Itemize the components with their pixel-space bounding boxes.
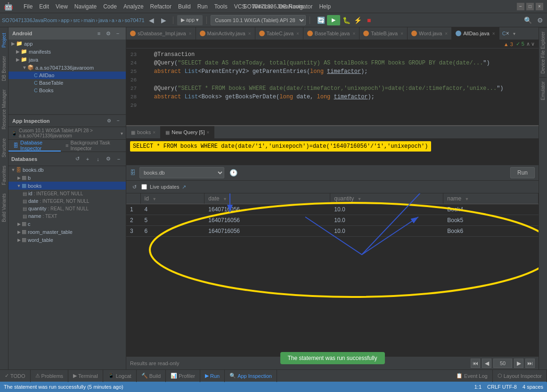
sidebar-item-emulator[interactable]: Emulator	[539, 77, 547, 104]
menu-view[interactable]: View	[53, 2, 71, 11]
menu-analyze[interactable]: Analyze	[121, 2, 147, 11]
bottom-btn-terminal[interactable]: ▶ Terminal	[68, 370, 103, 382]
tree-item-alldao[interactable]: C AllDao	[8, 72, 126, 79]
tree-c-table[interactable]: ▶ ▦ c	[8, 220, 126, 228]
search-everywhere-button[interactable]: 🔍	[523, 15, 533, 25]
close-icon[interactable]: ×	[248, 31, 251, 36]
db-settings-button[interactable]: ⚙	[104, 155, 113, 163]
menu-tools[interactable]: Tools	[212, 2, 230, 11]
tree-item-basetable[interactable]: C BaseTable	[8, 79, 126, 87]
live-updates-checkbox[interactable]	[141, 184, 147, 190]
menu-refactor[interactable]: Refactor	[147, 2, 174, 11]
bottom-btn-problems[interactable]: ⚠ Problems	[31, 370, 68, 382]
bottom-btn-todo[interactable]: ✓ TODO	[0, 370, 31, 382]
cursor-position[interactable]: 1:1	[474, 384, 482, 390]
page-size-input[interactable]	[493, 359, 512, 368]
tree-books-table[interactable]: ▼ ▦ books	[8, 182, 126, 190]
tree-item-manifests[interactable]: ▶ 📁 manifests	[8, 48, 126, 56]
db-add-button[interactable]: +	[83, 155, 92, 163]
tree-item-books[interactable]: C Books	[8, 87, 126, 94]
tab-database-inspector[interactable]: 🗄 Database Inspector	[8, 140, 61, 152]
first-page-button[interactable]: ⏮	[471, 359, 480, 368]
close-button[interactable]: ×	[536, 3, 543, 10]
run-query-button[interactable]: Run	[510, 167, 535, 178]
project-expand-button[interactable]: ≡	[95, 29, 103, 38]
close-icon[interactable]: ×	[296, 31, 299, 36]
bottom-btn-layout-inspector[interactable]: ⬡ Layout Inspector	[493, 370, 547, 382]
col-header-date[interactable]: date ▼	[204, 193, 330, 204]
bottom-btn-build[interactable]: 🔨 Build	[137, 370, 166, 382]
menu-edit[interactable]: Edit	[36, 2, 52, 11]
col-header-id[interactable]: id ▼	[140, 193, 204, 204]
bottom-btn-app-inspection[interactable]: 🔍 App Inspection	[225, 370, 277, 382]
tree-b-table[interactable]: ▶ ▦ b	[8, 174, 126, 182]
tab-overflow[interactable]: ▾	[512, 27, 516, 40]
results-area[interactable]: id ▼ date ▼ quantity ▼	[126, 193, 539, 356]
menu-code[interactable]: Code	[100, 2, 120, 11]
stop-button[interactable]: ■	[364, 15, 374, 25]
sidebar-item-structure[interactable]: Structure	[0, 135, 8, 161]
close-icon[interactable]: ×	[189, 31, 192, 36]
inspection-settings-button[interactable]: ⚙	[105, 117, 113, 125]
sql-input-area[interactable]: SELECT * FROM books WHERE date(date/'1',…	[126, 139, 539, 165]
menu-file[interactable]: File	[21, 2, 35, 11]
last-page-button[interactable]: ⏭	[525, 359, 535, 368]
db-selector-dropdown[interactable]: books.db	[139, 167, 224, 178]
breadcrumb-a1[interactable]: a	[112, 17, 114, 23]
col-header-quantity[interactable]: quantity ▼	[330, 193, 443, 204]
indent-spaces[interactable]: 4 spaces	[523, 384, 543, 390]
breadcrumb-src[interactable]: src	[73, 17, 80, 23]
query-tab-books[interactable]: ▦ books ×	[126, 126, 161, 138]
profile-button[interactable]: ⚡	[352, 15, 363, 25]
sync-button[interactable]: 🔄	[316, 15, 326, 25]
menu-help[interactable]: Help	[316, 2, 334, 11]
query-history-button[interactable]: 🕐	[228, 168, 238, 178]
tab-alldao[interactable]: AllDao.java ×	[452, 27, 499, 40]
sql-query-text[interactable]: SELECT * FROM books WHERE date(date/'1',…	[130, 141, 431, 152]
tab-background-task-inspector[interactable]: ≡ Background Task Inspector	[61, 140, 126, 152]
close-icon[interactable]: ×	[153, 130, 155, 135]
next-page-button[interactable]: ▶	[514, 359, 523, 368]
device-selector[interactable]: Cusom 10.1 WXGA (Tablet) API 28	[211, 15, 306, 25]
breadcrumb-a2[interactable]: a	[118, 17, 121, 23]
minimize-button[interactable]: −	[517, 3, 524, 10]
scroll-up-icon[interactable]: ∧	[526, 41, 530, 47]
sidebar-item-device-file-explorer[interactable]: Device File Explorer	[539, 27, 547, 77]
app-run-button[interactable]: ▶ app ▾	[177, 15, 203, 25]
tree-room-master-table[interactable]: ▶ ▦ room_master_table	[8, 228, 126, 236]
close-icon[interactable]: ×	[492, 31, 495, 36]
breadcrumb-so70471[interactable]: so70471	[124, 17, 144, 23]
settings-button[interactable]: ⚙	[535, 15, 545, 25]
tab-sdatabase[interactable]: sDatabase_Impl.java ×	[126, 27, 196, 40]
bottom-btn-event-log[interactable]: 📋 Event Log	[451, 370, 493, 382]
sidebar-item-db-browser[interactable]: DB Browser	[0, 52, 8, 85]
tab-mainactivity[interactable]: MainActivity.java ×	[196, 27, 255, 40]
project-settings-button[interactable]: ⚙	[104, 29, 113, 38]
close-icon[interactable]: ×	[352, 31, 355, 36]
col-header-name[interactable]: name ▼	[443, 193, 539, 204]
inspection-close-button[interactable]: −	[114, 117, 122, 125]
menu-navigate[interactable]: Navigate	[72, 2, 99, 11]
breadcrumb-java[interactable]: java	[98, 17, 108, 23]
debug-button[interactable]: 🐛	[341, 15, 351, 25]
tab-basetable[interactable]: BaseTable.java ×	[303, 27, 359, 40]
sidebar-item-resource-manager[interactable]: Resource Manager	[0, 86, 8, 133]
tree-word-table[interactable]: ▶ ▦ word_table	[8, 236, 126, 244]
forward-nav-button[interactable]: ▶	[159, 15, 169, 25]
bottom-btn-logcat[interactable]: 📱 Logcat	[103, 370, 137, 382]
tree-item-app[interactable]: ▶ 📁 app	[8, 40, 126, 48]
db-refresh-button[interactable]: ↺	[73, 155, 82, 163]
open-external-icon[interactable]: ↗	[182, 184, 186, 190]
project-close-button[interactable]: −	[114, 29, 122, 38]
bottom-btn-run[interactable]: ▶ Run	[200, 370, 225, 382]
sidebar-item-build-variants[interactable]: Build Variants	[0, 190, 8, 226]
sidebar-item-project[interactable]: Project	[0, 29, 8, 51]
tab-tableb[interactable]: TableB.java ×	[359, 27, 408, 40]
close-icon[interactable]: ×	[445, 31, 448, 36]
scroll-down-icon[interactable]: ∨	[531, 41, 535, 47]
tab-tablec[interactable]: TableC.java ×	[255, 27, 303, 40]
breadcrumb-main[interactable]: main	[83, 17, 95, 23]
tab-word[interactable]: Word.java ×	[408, 27, 452, 40]
menu-build[interactable]: Build	[175, 2, 194, 11]
refresh-button[interactable]: ↺	[130, 183, 139, 191]
